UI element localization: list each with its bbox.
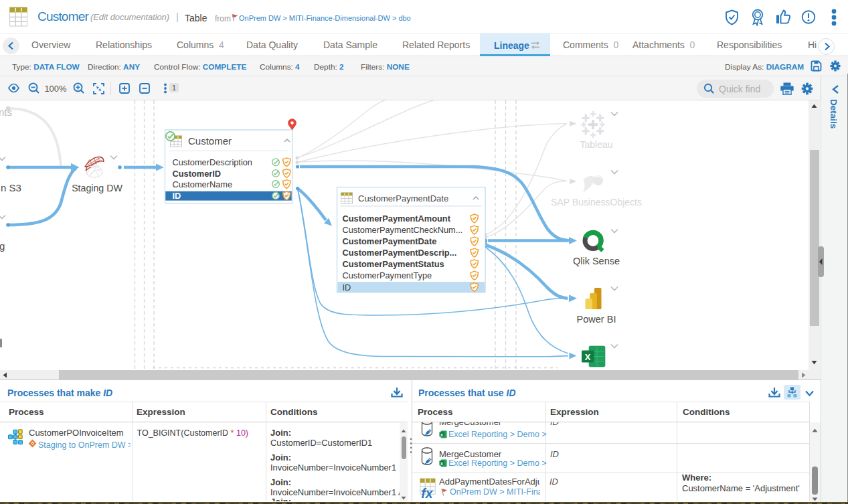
svg-text:ID: ID: [343, 282, 351, 292]
svg-text:x: x: [440, 432, 443, 437]
svg-text:x: x: [440, 461, 443, 466]
svg-text:X: X: [585, 352, 591, 362]
svg-text:Customer: Customer: [188, 135, 232, 147]
svg-text:SAP BusinessObjects: SAP BusinessObjects: [551, 197, 642, 207]
svg-text:fx: fx: [421, 486, 433, 501]
svg-text:CustomerPaymentAmount: CustomerPaymentAmount: [343, 214, 451, 224]
svg-text:CustomerPaymentDate: CustomerPaymentDate: [358, 193, 448, 203]
svg-text:CustomerPaymentDescrip...: CustomerPaymentDescrip...: [343, 248, 457, 258]
svg-text:g: g: [0, 240, 5, 252]
svg-text:nts: nts: [0, 106, 12, 118]
svg-text:CustomerID: CustomerID: [173, 169, 222, 179]
svg-text:n S3: n S3: [1, 182, 21, 193]
svg-text:CustomerDescription: CustomerDescription: [173, 157, 252, 167]
svg-text:ID: ID: [173, 191, 181, 201]
svg-text:Staging DW: Staging DW: [72, 183, 122, 193]
svg-text:Tableau: Tableau: [580, 139, 612, 150]
svg-text:CustomerPaymentDate: CustomerPaymentDate: [343, 236, 437, 246]
svg-text:Power BI: Power BI: [577, 314, 616, 325]
svg-text:CustomerPaymentCheckNum...: CustomerPaymentCheckNum...: [343, 225, 463, 235]
svg-text:CustomerPaymentStatus: CustomerPaymentStatus: [343, 259, 444, 269]
svg-text:Qlik Sense: Qlik Sense: [573, 256, 620, 266]
svg-text:CustomerPaymentType: CustomerPaymentType: [343, 270, 432, 280]
svg-text:CustomerName: CustomerName: [173, 179, 233, 189]
